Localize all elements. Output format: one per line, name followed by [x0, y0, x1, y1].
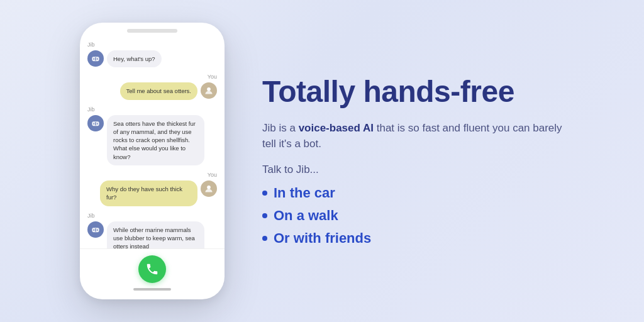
message-sender: You: [87, 74, 217, 80]
message-row: Jib While other marine mammals use blubb…: [87, 213, 217, 248]
bullet-text: In the car: [274, 185, 335, 201]
jib-avatar: [87, 115, 104, 131]
bullet-dot: [262, 191, 267, 196]
svg-rect-8: [97, 123, 97, 125]
svg-rect-12: [95, 228, 96, 232]
message-sender: Jib: [87, 42, 217, 48]
message-sender: Jib: [87, 213, 217, 219]
user-avatar: [201, 180, 217, 197]
message-row: You Why do they have such thick fur?: [87, 172, 217, 206]
svg-rect-13: [97, 229, 97, 231]
main-title: Totally hands-free: [262, 75, 564, 109]
phone-mockup: Jib Hey, what's up? You: [80, 23, 225, 299]
svg-rect-11: [94, 229, 94, 231]
description: Jib is a voice-based AI that is so fast …: [262, 120, 564, 152]
message-bubble: Sea otters have the thickest fur of any …: [107, 115, 204, 165]
description-bold: voice-based AI: [299, 122, 374, 134]
bullet-dot: [262, 213, 267, 218]
message-row: You Tell me about sea otters.: [87, 74, 217, 99]
svg-point-9: [207, 186, 211, 189]
svg-rect-6: [94, 123, 94, 125]
message-bubble-wrap: Sea otters have the thickest fur of any …: [87, 115, 217, 165]
bullet-item-2: On a walk: [262, 208, 564, 224]
home-indicator: [133, 288, 171, 291]
message-bubble-wrap: Hey, what's up?: [87, 50, 217, 67]
message-bubble: While other marine mammals use blubber t…: [107, 221, 204, 248]
message-bubble-wrap: While other marine mammals use blubber t…: [87, 221, 217, 248]
message-row: Jib Sea otters have the thickest fur of …: [87, 106, 217, 165]
jib-avatar: [87, 50, 104, 67]
message-bubble: Why do they have such thick fur?: [100, 180, 197, 206]
talk-to-label: Talk to Jib...: [262, 164, 564, 176]
svg-point-4: [207, 87, 211, 91]
bullet-text: On a walk: [274, 208, 338, 224]
message-row: Jib Hey, what's up?: [87, 42, 217, 67]
bullet-list: In the car On a walk Or with friends: [262, 185, 564, 247]
chat-area: Jib Hey, what's up? You: [80, 36, 225, 248]
bullet-item-1: In the car: [262, 185, 564, 201]
right-content: Totally hands-free Jib is a voice-based …: [262, 75, 564, 247]
phone-notch: [127, 29, 177, 33]
call-button[interactable]: [138, 255, 166, 283]
phone-bottom: [80, 248, 225, 299]
bullet-dot: [262, 236, 267, 241]
message-bubble: Tell me about sea otters.: [120, 82, 198, 99]
message-sender: Jib: [87, 106, 217, 113]
message-bubble-wrap: Why do they have such thick fur?: [87, 180, 217, 206]
message-bubble-wrap: Tell me about sea otters.: [87, 82, 217, 99]
bullet-text: Or with friends: [274, 230, 371, 247]
jib-avatar: [87, 221, 104, 238]
svg-rect-3: [97, 58, 97, 60]
description-start: Jib is a: [262, 122, 299, 134]
svg-rect-1: [94, 58, 94, 60]
message-sender: You: [87, 172, 217, 178]
message-bubble: Hey, what's up?: [107, 50, 162, 67]
user-avatar: [201, 82, 217, 99]
svg-rect-7: [95, 121, 96, 125]
page-container: Jib Hey, what's up? You: [0, 23, 644, 299]
bullet-item-3: Or with friends: [262, 230, 564, 247]
svg-rect-2: [95, 57, 96, 61]
